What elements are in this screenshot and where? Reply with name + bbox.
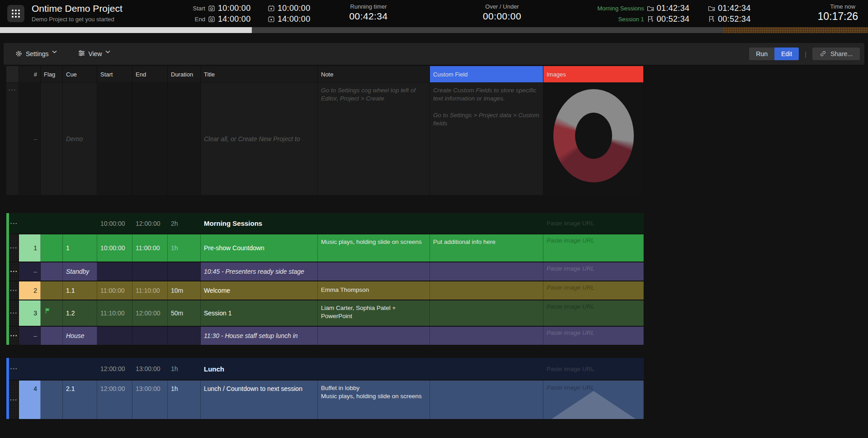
flag-cell[interactable] xyxy=(41,281,63,300)
title-cell[interactable]: Session 1 xyxy=(201,300,318,326)
end-cell[interactable] xyxy=(132,262,168,281)
note-cell[interactable]: Liam Carter, Sophia Patel + PowerPoint xyxy=(318,300,430,326)
cue-cell[interactable]: 2.1 xyxy=(63,381,97,419)
column-header-images[interactable]: Images xyxy=(543,66,644,82)
end-cell[interactable]: 11:10:00 xyxy=(132,281,168,300)
end-cell[interactable] xyxy=(132,327,168,345)
row-drag-handle[interactable]: ··· xyxy=(9,262,19,281)
column-header-duration[interactable]: Duration xyxy=(168,66,201,82)
note-cell[interactable]: Emma Thompson xyxy=(318,281,430,300)
block-header-row[interactable]: ··· 10:00:00 12:00:00 2h Morning Session… xyxy=(9,213,644,233)
start-cell[interactable] xyxy=(97,83,132,195)
note-cell[interactable]: Buffet in lobby Music plays, holding sli… xyxy=(318,381,430,419)
end-cell[interactable]: 12:00:00 xyxy=(132,300,168,326)
images-cell[interactable]: Paste image URL xyxy=(543,281,644,300)
custom-field-cell[interactable]: Create Custom Fields to store specific t… xyxy=(430,83,543,195)
start-cell[interactable] xyxy=(97,262,132,281)
custom-field-cell[interactable] xyxy=(430,327,543,345)
block-title[interactable]: Lunch xyxy=(201,358,318,380)
flag-cell[interactable] xyxy=(41,234,63,262)
start-cell[interactable]: 11:00:00 xyxy=(97,281,132,300)
block-header-row[interactable]: ··· 12:00:00 13:00:00 1h Lunch Paste ima… xyxy=(9,358,644,380)
end-cell[interactable]: 11:00:00 xyxy=(132,234,168,262)
duration-cell[interactable]: 50m xyxy=(168,300,201,326)
images-cell[interactable] xyxy=(543,83,644,195)
images-cell[interactable]: Paste image URL xyxy=(543,300,644,326)
row-drag-handle[interactable]: ··· xyxy=(9,381,19,419)
flag-cell[interactable] xyxy=(41,262,63,281)
note-cell[interactable]: Music plays, holding slide on screens xyxy=(318,234,430,262)
start-cell[interactable] xyxy=(97,327,132,345)
row-drag-handle[interactable]: ··· xyxy=(9,281,19,300)
duration-cell[interactable]: 10m xyxy=(168,281,201,300)
note-cell[interactable] xyxy=(318,262,430,281)
flag-cell[interactable] xyxy=(41,83,63,195)
block-duration: 2h xyxy=(168,213,201,233)
column-header-number[interactable]: # xyxy=(19,66,41,82)
custom-field-cell[interactable] xyxy=(430,262,543,281)
column-header-cue[interactable]: Cue xyxy=(63,66,97,82)
flag-cell[interactable] xyxy=(41,381,63,419)
duration-cell[interactable]: 1h xyxy=(168,234,201,262)
column-header-note[interactable]: Note xyxy=(318,66,430,82)
cue-cell[interactable]: Demo xyxy=(63,83,97,195)
custom-field-cell[interactable] xyxy=(430,300,543,326)
end-cell[interactable] xyxy=(132,83,168,195)
row-drag-handle[interactable]: ··· xyxy=(9,213,19,233)
title-cell[interactable]: Pre-show Countdown xyxy=(201,234,318,262)
end-cell[interactable]: 13:00:00 xyxy=(132,381,168,419)
row-drag-handle[interactable]: ··· xyxy=(9,234,19,262)
app-menu-button[interactable] xyxy=(7,5,24,22)
block-title[interactable]: Morning Sessions xyxy=(201,213,318,233)
share-button[interactable]: Share... xyxy=(812,48,860,60)
note-cell[interactable] xyxy=(318,327,430,345)
images-cell[interactable]: Paste image URL xyxy=(543,262,644,281)
title-cell[interactable]: Welcome xyxy=(201,281,318,300)
duration-cell[interactable] xyxy=(168,262,201,281)
row-drag-handle[interactable]: ··· xyxy=(9,300,19,326)
row-number: – xyxy=(19,327,41,345)
custom-field-cell[interactable] xyxy=(430,281,543,300)
note-cell[interactable]: Go to Settings cog wheel top left of Edi… xyxy=(318,83,430,195)
title-cell[interactable]: Clear all, or Create New Project to xyxy=(201,83,318,195)
custom-field-cell[interactable] xyxy=(430,381,543,419)
images-cell[interactable]: Paste image URL xyxy=(543,327,644,345)
cue-cell[interactable]: 1.1 xyxy=(63,281,97,300)
custom-field-cell[interactable]: Put additional info here xyxy=(430,234,543,262)
column-header-flag[interactable]: Flag xyxy=(41,66,63,82)
images-cell[interactable]: Paste image URL xyxy=(543,234,644,262)
run-mode-button[interactable]: Run xyxy=(749,48,774,60)
column-header-custom-field[interactable]: Custom Field xyxy=(430,66,543,82)
cue-cell[interactable]: Standby xyxy=(63,262,97,281)
title-cell[interactable]: 11:30 - House staff setup lunch in xyxy=(201,327,318,345)
editor-toolbar: Settings View Run Edit | Share... xyxy=(4,43,864,65)
start-cell[interactable]: 10:00:00 xyxy=(97,234,132,262)
view-menu-button[interactable]: View xyxy=(75,48,116,60)
calendar-star-icon xyxy=(268,15,275,23)
cue-cell[interactable]: 1 xyxy=(63,234,97,262)
images-cell[interactable]: Paste image URL xyxy=(543,213,644,233)
column-header-start[interactable]: Start xyxy=(97,66,132,82)
images-cell[interactable]: Paste image URL xyxy=(543,381,644,419)
edit-mode-button[interactable]: Edit xyxy=(774,48,799,60)
settings-menu-button[interactable]: Settings xyxy=(12,48,63,60)
row-drag-handle[interactable]: ··· xyxy=(9,358,19,380)
images-cell[interactable]: Paste image URL xyxy=(543,358,644,380)
flag-cell[interactable] xyxy=(41,327,63,345)
title-cell[interactable]: 10:45 - Presenters ready side stage xyxy=(201,262,318,281)
column-header-end[interactable]: End xyxy=(132,66,168,82)
title-cell[interactable]: Lunch / Countdown to next session xyxy=(201,381,318,419)
row-drag-handle[interactable]: ··· xyxy=(9,327,19,345)
cue-cell[interactable]: House xyxy=(63,327,97,345)
column-header-title[interactable]: Title xyxy=(201,66,318,82)
start-cell[interactable]: 12:00:00 xyxy=(97,381,132,419)
duration-cell[interactable] xyxy=(168,83,201,195)
cue-cell[interactable]: 1.2 xyxy=(63,300,97,326)
sliders-icon xyxy=(78,50,85,57)
row-drag-handle[interactable]: ··· xyxy=(6,83,19,195)
flag-cell[interactable] xyxy=(41,300,63,326)
start-cell[interactable]: 11:10:00 xyxy=(97,300,132,326)
column-header-drag xyxy=(6,66,19,82)
duration-cell[interactable] xyxy=(168,327,201,345)
duration-cell[interactable]: 1h xyxy=(168,381,201,419)
